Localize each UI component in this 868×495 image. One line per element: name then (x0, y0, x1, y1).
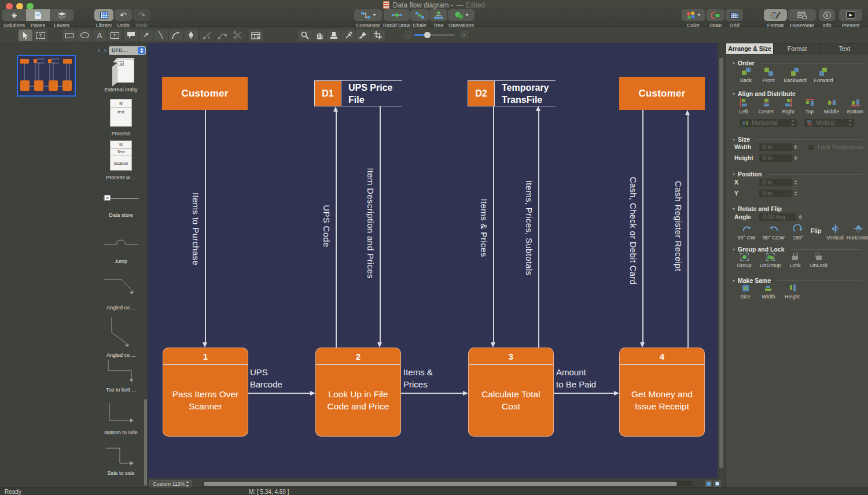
align-center-button[interactable]: Center (755, 98, 777, 114)
rapid-draw-button[interactable]: Rapid Draw (384, 9, 410, 28)
color-button[interactable]: Color (682, 9, 705, 28)
present-button[interactable]: ▶ Present (839, 9, 862, 28)
x-stepper[interactable] (792, 178, 799, 187)
zoom-in-button[interactable]: + (460, 31, 468, 39)
textbox-tool[interactable]: T (108, 29, 122, 41)
process-2[interactable]: 2 Look Up in FileCode and Price (315, 348, 401, 437)
process-3[interactable]: 3 Calculate TotalCost (468, 348, 554, 437)
disclosure-triangle-icon[interactable]: ▾ (733, 61, 735, 66)
zoom-slider[interactable] (414, 34, 455, 36)
ungroup-button[interactable]: UnGroup (756, 253, 784, 268)
x-field[interactable]: 0 in (759, 178, 792, 187)
undo-button[interactable]: ↶ Undo (115, 9, 132, 28)
line-tool[interactable]: ╲ (154, 29, 168, 41)
snap-button[interactable]: Snap (707, 9, 724, 28)
angle-stepper[interactable] (797, 213, 803, 221)
align-left-button[interactable]: Left (734, 98, 753, 114)
height-stepper[interactable] (792, 154, 799, 162)
lock-button[interactable]: Lock (785, 253, 805, 268)
library-shape-angled-connector-2[interactable]: Angled co ... (94, 316, 148, 358)
group-button[interactable]: Group (733, 253, 755, 268)
process-1[interactable]: 1 Pass Items OverScanner (163, 348, 248, 437)
pen-tool[interactable] (184, 29, 198, 41)
actual-size-button[interactable] (713, 480, 721, 487)
width-stepper[interactable] (792, 143, 799, 152)
library-shape-top-to-bottom[interactable]: Top to bott ... (94, 359, 148, 393)
brush-tool[interactable] (356, 29, 370, 41)
library-button[interactable]: Library (94, 9, 113, 28)
disclosure-triangle-icon[interactable]: ▾ (733, 91, 735, 97)
connector-button[interactable]: Connector (354, 9, 382, 28)
distribute-horizontal-dropdown[interactable]: Horizontal (740, 119, 797, 127)
solutions-button[interactable]: ◈ Solutions (2, 9, 26, 28)
distribute-vertical-dropdown[interactable]: Vertical (804, 119, 855, 127)
text-select-tool[interactable]: T (34, 29, 47, 41)
zoom-level-dropdown[interactable]: Custom 112% (149, 480, 192, 487)
entity-customer-1[interactable]: Customer (162, 77, 248, 110)
library-shape-angled-connector-1[interactable]: Angled co ... (94, 276, 148, 311)
format-button[interactable]: Format (764, 9, 787, 28)
diagram-canvas[interactable]: Customer Customer D1 UPS PriceFile D2 Te… (148, 43, 718, 478)
library-shape-jump[interactable]: Jump (94, 234, 148, 264)
disclosure-triangle-icon[interactable]: ▾ (733, 172, 735, 177)
arrow-tool[interactable]: ↗ (139, 29, 153, 41)
edit-anchor-tool[interactable] (215, 29, 229, 41)
layers-button[interactable]: Layers (50, 9, 73, 28)
y-stepper[interactable] (792, 189, 799, 198)
add-anchor-tool[interactable] (200, 29, 214, 41)
split-tool[interactable] (230, 29, 244, 41)
send-backward-button[interactable]: Backward (780, 68, 810, 83)
library-shape-process[interactable]: id text Process (94, 99, 148, 136)
vertical-scrollbar[interactable] (718, 43, 726, 478)
library-shape-bottom-to-side[interactable]: Bottom to side (94, 402, 148, 435)
horizontal-scrollbar-thumb[interactable] (204, 482, 677, 486)
horizontal-scrollbar[interactable] (203, 481, 693, 486)
zoom-slider-thumb[interactable] (424, 32, 431, 38)
disclosure-triangle-icon[interactable]: ▾ (733, 137, 735, 142)
flip-horizontal-button[interactable]: Horizontal (845, 224, 868, 241)
library-back-button[interactable]: ‹ (96, 46, 102, 54)
library-selector-dropdown[interactable]: DFD,... (109, 46, 146, 55)
tab-format[interactable]: Format (774, 43, 821, 54)
pages-button[interactable]: Pages (26, 9, 50, 28)
flip-vertical-button[interactable]: Vertical (823, 224, 847, 241)
arc-tool[interactable] (169, 29, 183, 41)
tab-arrange-size[interactable]: Arrange & Size (726, 43, 774, 54)
disclosure-triangle-icon[interactable]: ▾ (733, 278, 735, 283)
hypernote-button[interactable]: Hypernote (788, 9, 816, 28)
align-middle-button[interactable]: Middle (821, 98, 843, 114)
stamp-tool[interactable] (327, 29, 341, 41)
page-thumbnail[interactable] (17, 55, 76, 97)
callout-tool[interactable] (124, 29, 138, 41)
table-tool[interactable] (249, 29, 263, 41)
align-bottom-button[interactable]: Bottom (844, 98, 867, 114)
vertical-scrollbar-thumb[interactable] (719, 58, 723, 468)
make-same-size-button[interactable]: Size (737, 285, 754, 300)
info-button[interactable]: i Info (819, 9, 835, 28)
height-field[interactable]: 0 in (759, 154, 792, 162)
operations-button[interactable]: Operations (448, 9, 475, 28)
rotate-180-button[interactable]: 180° (789, 224, 807, 241)
library-shape-data-store[interactable]: id Data store (94, 193, 148, 218)
align-right-button[interactable]: Right (778, 98, 798, 114)
disclosure-triangle-icon[interactable]: ▾ (733, 206, 735, 212)
pan-tool[interactable] (312, 29, 326, 41)
y-field[interactable]: 0 in (759, 189, 792, 198)
eyedropper-tool[interactable] (341, 29, 355, 41)
angle-field[interactable]: 0.00 deg (759, 213, 797, 221)
library-forward-button[interactable]: › (102, 46, 108, 54)
tab-text[interactable]: Text (821, 43, 868, 54)
rotate-90-cw-button[interactable]: 90° CW (734, 224, 759, 241)
redo-button[interactable]: ↷ Redo (133, 9, 150, 28)
select-tool[interactable] (19, 29, 32, 41)
library-shape-external-entity[interactable]: id External entity (94, 56, 148, 93)
rectangle-tool[interactable] (62, 29, 76, 41)
library-shape-side-to-side[interactable]: Side to side (94, 445, 148, 476)
send-to-back-button[interactable]: Back (736, 68, 756, 83)
library-shape-process-with-location[interactable]: id Text location Process w ... (94, 141, 148, 180)
unlock-button[interactable]: UnLock (806, 253, 832, 268)
grid-button[interactable]: Grid (726, 9, 743, 28)
align-top-button[interactable]: Top (801, 98, 818, 114)
chain-button[interactable]: Chain (410, 9, 429, 28)
width-field[interactable]: 0 in (759, 143, 792, 152)
